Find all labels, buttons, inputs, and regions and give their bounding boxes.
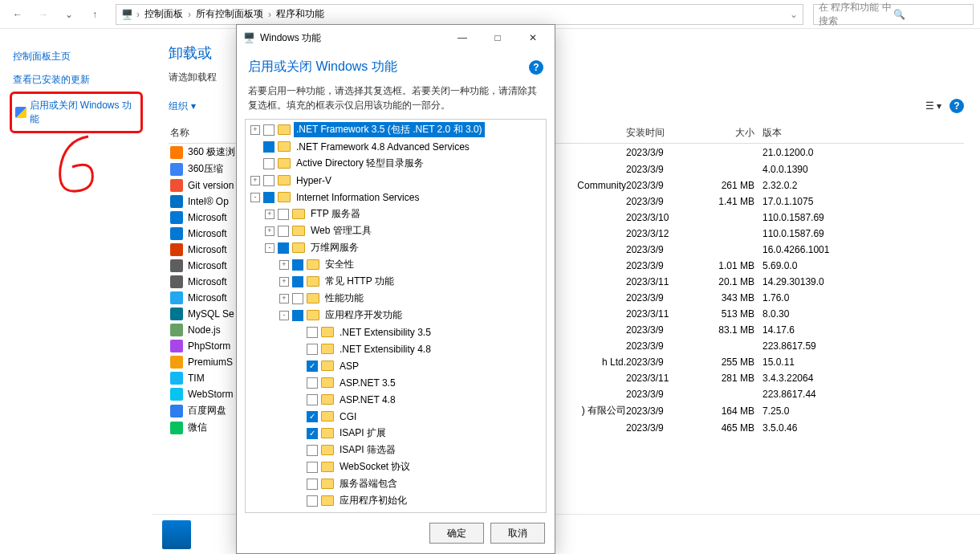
- expand-toggle[interactable]: +: [279, 513, 289, 514]
- tree-node[interactable]: ✓ISAPI 扩展: [247, 425, 544, 442]
- tree-node[interactable]: Active Directory 轻型目录服务: [247, 155, 544, 172]
- sidebar-home[interactable]: 控制面板主页: [10, 45, 143, 68]
- tree-node[interactable]: ISAPI 筛选器: [247, 442, 544, 458]
- tree-node[interactable]: -万维网服务: [247, 239, 544, 256]
- tree-node[interactable]: +安全性: [247, 256, 544, 273]
- tree-node[interactable]: ✓ASP: [247, 357, 544, 374]
- tree-node[interactable]: +.NET Framework 3.5 (包括 .NET 2.0 和 3.0): [247, 121, 544, 138]
- ok-button[interactable]: 确定: [429, 523, 484, 544]
- feature-checkbox[interactable]: [278, 209, 289, 220]
- expand-toggle[interactable]: +: [279, 294, 289, 303]
- feature-checkbox[interactable]: [263, 175, 274, 186]
- feature-checkbox[interactable]: [292, 259, 303, 271]
- tree-node[interactable]: +运行状况和诊断: [247, 509, 544, 513]
- feature-checkbox[interactable]: [263, 192, 274, 203]
- feature-checkbox[interactable]: [292, 310, 303, 321]
- features-tree[interactable]: +.NET Framework 3.5 (包括 .NET 2.0 和 3.0).…: [245, 119, 547, 513]
- tree-node[interactable]: -Internet Information Services: [247, 189, 544, 206]
- app-size: 261 MB: [698, 180, 762, 191]
- expand-toggle[interactable]: -: [265, 243, 274, 253]
- install-date: 2023/3/9: [626, 196, 698, 207]
- col-version[interactable]: 版本: [762, 126, 964, 140]
- col-size[interactable]: 大小: [698, 126, 762, 140]
- history-dropdown[interactable]: ⌄: [790, 9, 798, 20]
- app-version: 1.76.0: [762, 292, 964, 303]
- search-input[interactable]: 在 程序和功能 中搜索 🔍: [813, 4, 974, 25]
- crumb-1[interactable]: 所有控制面板项: [194, 7, 265, 21]
- tree-node[interactable]: ✓CGI: [247, 408, 544, 425]
- install-date: 2023/3/9: [626, 292, 698, 303]
- app-icon: [170, 163, 183, 176]
- tree-node[interactable]: ASP.NET 3.5: [247, 374, 544, 391]
- feature-checkbox[interactable]: [292, 512, 303, 514]
- crumb-2[interactable]: 程序和功能: [274, 7, 326, 21]
- feature-checkbox[interactable]: ✓: [307, 361, 318, 372]
- tree-node[interactable]: -应用程序开发功能: [247, 307, 544, 324]
- expand-toggle[interactable]: +: [279, 260, 289, 270]
- feature-checkbox[interactable]: [263, 141, 274, 153]
- tree-node[interactable]: .NET Framework 4.8 Advanced Services: [247, 138, 544, 155]
- recent-dropdown[interactable]: ⌄: [58, 3, 80, 26]
- forward-button[interactable]: →: [32, 3, 55, 26]
- sidebar-windows-features[interactable]: 启用或关闭 Windows 功能: [10, 92, 143, 133]
- view-list-icon[interactable]: ☰ ▾: [925, 100, 941, 112]
- sidebar: 控制面板主页 查看已安装的更新 启用或关闭 Windows 功能: [0, 29, 152, 554]
- cancel-button[interactable]: 取消: [490, 523, 545, 544]
- maximize-button[interactable]: □: [482, 26, 513, 49]
- app-name: Microsoft: [188, 292, 227, 303]
- app-icon: [170, 324, 183, 336]
- expand-toggle[interactable]: +: [250, 125, 260, 135]
- feature-checkbox[interactable]: [292, 276, 303, 287]
- feature-checkbox[interactable]: [307, 344, 318, 355]
- expand-toggle[interactable]: +: [265, 210, 274, 219]
- up-button[interactable]: ↑: [83, 3, 106, 26]
- feature-checkbox[interactable]: ✓: [307, 411, 318, 422]
- feature-checkbox[interactable]: [307, 327, 318, 338]
- back-button[interactable]: ←: [6, 3, 29, 26]
- organize-button[interactable]: 组织 ▾: [169, 100, 196, 113]
- expand-toggle[interactable]: +: [279, 277, 289, 287]
- expand-toggle[interactable]: -: [279, 311, 289, 320]
- tree-node[interactable]: +常见 HTTP 功能: [247, 273, 544, 290]
- feature-checkbox[interactable]: [292, 293, 303, 304]
- feature-checkbox[interactable]: [278, 226, 289, 237]
- col-date[interactable]: 安装时间: [626, 126, 698, 140]
- crumb-0[interactable]: 控制面板: [143, 7, 185, 21]
- close-button[interactable]: ✕: [518, 26, 548, 49]
- tree-node[interactable]: .NET Extensibility 3.5: [247, 324, 544, 340]
- tree-node[interactable]: 服务器端包含: [247, 475, 544, 492]
- expand-toggle[interactable]: -: [250, 193, 260, 202]
- dialog-help-icon[interactable]: ?: [529, 60, 543, 75]
- feature-checkbox[interactable]: [307, 394, 318, 405]
- feature-checkbox[interactable]: [307, 445, 318, 456]
- minimize-button[interactable]: —: [447, 26, 478, 49]
- tree-node[interactable]: +Web 管理工具: [247, 222, 544, 239]
- sidebar-updates[interactable]: 查看已安装的更新: [10, 68, 143, 92]
- feature-checkbox[interactable]: ✓: [307, 428, 318, 439]
- app-version: 16.0.4266.1001: [762, 244, 964, 255]
- app-name: Git version: [188, 180, 234, 191]
- help-icon[interactable]: ?: [950, 99, 964, 113]
- app-version: 223.8617.44: [762, 389, 964, 400]
- tree-node[interactable]: .NET Extensibility 4.8: [247, 340, 544, 357]
- install-date: 2023/3/9: [626, 164, 698, 175]
- feature-checkbox[interactable]: [307, 377, 318, 389]
- tree-node[interactable]: WebSocket 协议: [247, 458, 544, 475]
- folder-icon: [321, 428, 334, 438]
- feature-checkbox[interactable]: [263, 124, 274, 136]
- tree-node[interactable]: 应用程序初始化: [247, 492, 544, 509]
- feature-checkbox[interactable]: [307, 495, 318, 507]
- tree-node[interactable]: +Hyper-V: [247, 172, 544, 189]
- tree-node[interactable]: +FTP 服务器: [247, 206, 544, 222]
- expand-toggle[interactable]: +: [250, 176, 260, 185]
- app-tail: h Ltd.: [602, 356, 626, 368]
- dialog-titlebar[interactable]: 🖥️ Windows 功能 — □ ✕: [237, 25, 555, 51]
- feature-checkbox[interactable]: [307, 479, 318, 490]
- feature-checkbox[interactable]: [307, 462, 318, 473]
- tree-node[interactable]: ASP.NET 4.8: [247, 391, 544, 408]
- feature-checkbox[interactable]: [278, 242, 289, 254]
- expand-toggle[interactable]: +: [265, 226, 274, 236]
- address-bar[interactable]: 🖥️ › 控制面板 › 所有控制面板项 › 程序和功能 ⌄: [116, 4, 803, 25]
- feature-checkbox[interactable]: [263, 158, 274, 169]
- tree-node[interactable]: +性能功能: [247, 290, 544, 307]
